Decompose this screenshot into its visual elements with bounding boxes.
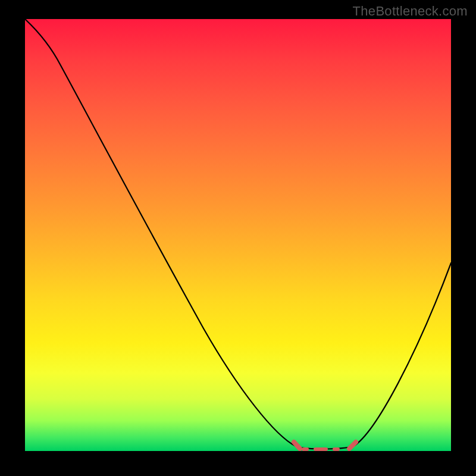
optimal-range-right-mark (349, 442, 356, 449)
watermark-text: TheBottleneck.com (353, 4, 468, 19)
curve-right-branch (353, 263, 451, 446)
plot-area (25, 19, 451, 451)
curve-overlay (25, 19, 451, 451)
optimal-range-left-mark (294, 442, 300, 449)
curve-left-branch (25, 19, 296, 446)
chart-frame: TheBottleneck.com (0, 0, 476, 476)
